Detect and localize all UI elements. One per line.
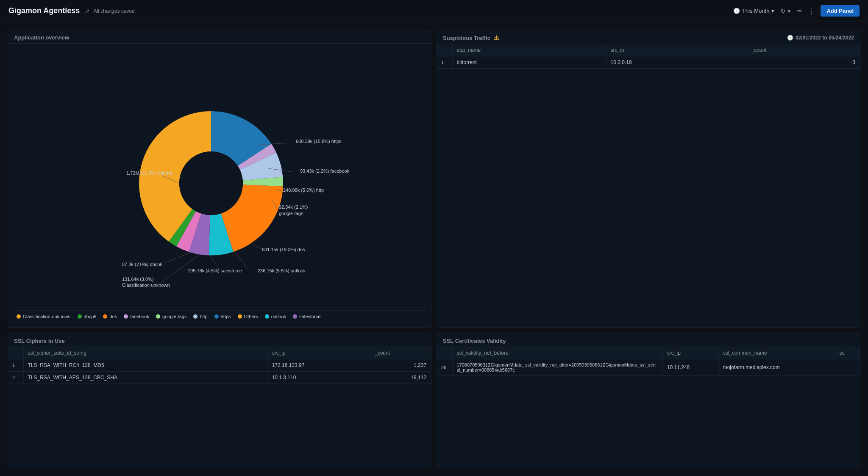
legend-label-others: Others [244,314,258,319]
col-validity-header: ssl_validity_not_before [452,347,662,359]
legend-item-google-tags: google-tags [156,314,187,319]
legend-dot-http [193,314,198,319]
label-https: 680.39k (15.8%) https [296,139,342,144]
legend-label-dns: dns [109,314,117,319]
ssl-validity-table-scroll[interactable]: ssl_validity_not_before src_ip ssl_commo… [437,347,860,468]
val-src-ip-1: 10.11.248 [662,359,718,376]
date-range-label: 02/01/2022 to 05/24/2022 [796,35,854,41]
legend-dot-salesforce [293,314,297,319]
refresh-icon: ↻ [780,7,786,15]
legend-item-dns: dns [103,314,117,319]
app-overview-body: 680.39k (15.8%) https 93.43k (2.2%) face… [8,44,431,328]
ssl-validity-thead: ssl_validity_not_before src_ip ssl_commo… [437,347,860,359]
more-options-button[interactable]: ⋮ [808,7,815,15]
chevron-refresh-icon: ▾ [787,7,791,15]
col-num-header-ssl [8,347,23,359]
ssl-src-ip-1: 172.16.133.97 [267,359,370,372]
table-row: 2 TLS_RSA_WITH_AES_128_CBC_SHA 10.1.3.11… [8,372,431,384]
suspicious-traffic-panel: Suspicious Traffic ⚠ 🕜 02/01/2022 to 05/… [437,30,860,328]
legend-item-http: http [193,314,207,319]
val-validity-1: 170807050631ZGigamonMdata_ssl_validity_n… [452,359,662,376]
legend-item-others: Others [238,314,258,319]
ssl-ciphers-panel: SSL Ciphers in Use ssl_cipher_suite_id_s… [8,333,431,468]
label-outlook: 236.15k (5.5%) outlook [258,268,306,273]
ssl-validity-header: SSL Certificates Validity [437,333,860,347]
ssl-ciphers-tbody: 1 TLS_RSA_WITH_RC4_128_MD5 172.16.133.97… [8,359,431,384]
col-common-name-header: ssl_common_name [718,347,835,359]
chevron-down-icon: ▾ [771,8,774,14]
col-num-header [437,44,452,56]
label-classification-unknown: 131.64k (3.0%) [122,277,154,282]
label-dhcp6: 87.3k (2.0%) dhcp6 [122,262,162,267]
col-ss-header: ss [835,347,860,359]
share-icon[interactable]: ↗ [85,8,90,14]
row-num-1: 1 [437,56,452,69]
filter-button[interactable]: ≣ [797,7,802,15]
suspicious-traffic-date-range: 🕜 02/01/2022 to 05/24/2022 [787,35,854,41]
ssl-ciphers-body: ssl_cipher_suite_id_string src_ip _count… [8,347,431,468]
legend-label-google-tags: google-tags [162,314,187,319]
filter-icon: ≣ [797,7,802,15]
ssl-validity-panel: SSL Certificates Validity ssl_validity_n… [437,333,860,468]
app-overview-title: Application overview [14,34,69,41]
legend-dot-dns [103,314,107,319]
label-facebook: 93.43k (2.2%) facebook [300,168,350,174]
donut-chart-area: 680.39k (15.8%) https 93.43k (2.2%) face… [12,48,427,310]
ssl-row-num-1: 1 [8,359,23,372]
legend-label-salesforce: salesforce [299,314,320,319]
label-classification-unknown2: Classification-unknown [122,283,170,288]
refresh-button[interactable]: ↻ ▾ [780,7,791,15]
svg-line-5 [253,245,261,249]
time-range-label: This Month [742,8,769,14]
legend-label-facebook: facebook [130,314,149,319]
ssl-count-1: 1,237 [370,359,431,372]
ssl-ciphers-title: SSL Ciphers in Use [14,338,65,344]
ssl-cipher-1: TLS_RSA_WITH_RC4_128_MD5 [23,359,267,372]
clock-icon: 🕜 [733,8,740,14]
legend-dot-dhcp6 [78,314,82,319]
svg-line-9 [164,252,192,263]
legend-label-https: https [221,314,231,319]
app-overview-panel: Application overview [8,30,431,328]
legend-dot-outlook [265,314,269,319]
ssl-ciphers-thead: ssl_cipher_suite_id_string src_ip _count [8,347,431,359]
val-common-name-1: mojofarm.mediaplex.com [718,359,835,376]
suspicious-traffic-title: Suspicious Traffic [443,35,490,41]
col-src-ip-ssl-header: src_ip [267,347,370,359]
table-row: 26 170807050631ZGigamonMdata_ssl_validit… [437,359,860,376]
ssl-ciphers-table: ssl_cipher_suite_id_string src_ip _count… [8,347,431,384]
ssl-ciphers-table-scroll[interactable]: ssl_cipher_suite_id_string src_ip _count… [8,347,431,468]
col-count-header: _count [747,44,860,56]
clock-icon-suspicious: 🕜 [787,35,793,41]
legend-item-salesforce: salesforce [293,314,320,319]
val-ss-1 [835,359,860,376]
legend-item-facebook: facebook [124,314,149,319]
time-range-selector[interactable]: 🕜 This Month ▾ [733,8,774,14]
label-http: 240.88k (5.6%) http [283,188,324,193]
ssl-ciphers-header-row: ssl_cipher_suite_id_string src_ip _count [8,347,431,359]
ssl-src-ip-2: 10.1.3.110 [267,372,370,384]
donut-chart-svg: 680.39k (15.8%) https 93.43k (2.2%) face… [118,90,321,268]
ssl-validity-body: ssl_validity_not_before src_ip ssl_commo… [437,347,860,468]
legend-dot-google-tags [156,314,160,319]
legend-item-dhcp6: dhcp6 [78,314,97,319]
ellipsis-icon: ⋮ [808,7,815,15]
legend-label-http: http [200,314,207,319]
add-panel-button[interactable]: Add Panel [821,5,860,17]
legend-dot-facebook [124,314,128,319]
row-count-1: 3 [747,56,860,69]
app-overview-header: Application overview [8,30,431,44]
col-cipher-header: ssl_cipher_suite_id_string [23,347,267,359]
row-src-ip-1: 10.0.0.18 [606,56,747,69]
ssl-ciphers-header: SSL Ciphers in Use [8,333,431,347]
label-salesforce: 195.78k (4.5%) salesforce [188,268,242,273]
table-row: 1 bittorrent 10.0.0.18 3 [437,56,860,69]
label-google-tags2: google-tags [279,211,303,216]
suspicious-traffic-body: app_name src_ip _count 1 bittorrent 10.0… [437,44,860,328]
val-row-num-1: 26 [437,359,452,376]
suspicious-traffic-tbody: 1 bittorrent 10.0.0.18 3 [437,56,860,69]
suspicious-traffic-table-scroll[interactable]: app_name src_ip _count 1 bittorrent 10.0… [437,44,860,328]
legend-item-https: https [214,314,231,319]
topbar: Gigamon Agentless ↗ All changes saved 🕜 … [0,0,868,22]
suspicious-traffic-table: app_name src_ip _count 1 bittorrent 10.0… [437,44,860,69]
